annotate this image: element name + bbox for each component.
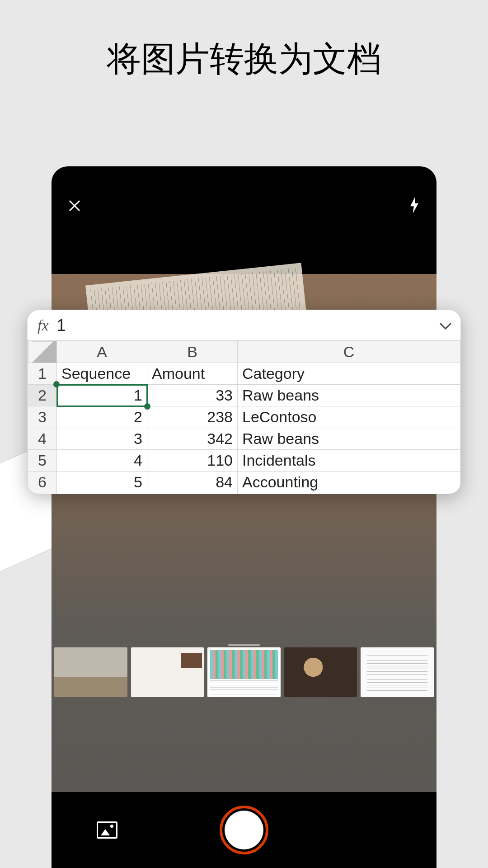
camera-bottom-bar: [52, 792, 436, 868]
thumbnail[interactable]: [54, 647, 127, 697]
row-header[interactable]: 6: [28, 472, 57, 493]
row-header[interactable]: 4: [28, 428, 57, 450]
thumbnail[interactable]: [207, 647, 281, 697]
row-header[interactable]: 2: [28, 385, 57, 406]
cell[interactable]: 54: [147, 493, 238, 495]
row-header[interactable]: 5: [28, 450, 57, 472]
column-header[interactable]: C: [238, 341, 460, 363]
cell[interactable]: Raw beans: [238, 428, 460, 450]
shutter-inner: [225, 811, 263, 849]
cell[interactable]: 4: [57, 450, 147, 472]
camera-topbar: [52, 193, 436, 221]
cell[interactable]: 238: [147, 406, 238, 428]
cell[interactable]: Incidentals: [238, 450, 460, 472]
formula-bar: fx 1: [28, 310, 460, 341]
cell[interactable]: 110: [147, 450, 238, 472]
phone-frame: [52, 166, 436, 868]
cell[interactable]: 6: [57, 493, 147, 495]
thumbnail[interactable]: [131, 647, 204, 697]
drag-handle[interactable]: [228, 644, 260, 646]
template-thumbnails: [52, 647, 436, 697]
cell[interactable]: Raw beans: [238, 385, 460, 406]
row-header[interactable]: 1: [28, 363, 57, 385]
column-header[interactable]: A: [57, 341, 147, 363]
thumbnail[interactable]: [284, 647, 357, 697]
spreadsheet-grid[interactable]: A B C 1 Sequence Amount Category 2 1 33 …: [28, 341, 460, 494]
flash-icon[interactable]: [408, 197, 420, 217]
spreadsheet-card: fx 1 A B C 1 Sequence Amount Category 2 …: [27, 310, 461, 494]
row-header[interactable]: 3: [28, 406, 57, 428]
cell[interactable]: Amount: [147, 363, 238, 385]
cell[interactable]: Accounting: [238, 472, 460, 493]
cell[interactable]: 342: [147, 428, 238, 450]
cell[interactable]: 84: [147, 472, 238, 493]
select-all-corner[interactable]: [28, 341, 57, 363]
cell[interactable]: Sequence: [57, 363, 147, 385]
gallery-icon[interactable]: [97, 821, 117, 839]
page-title: 将图片转换为文档: [0, 0, 488, 83]
column-header[interactable]: B: [147, 341, 238, 363]
cell[interactable]: Napkins: [238, 493, 460, 495]
close-icon[interactable]: [68, 198, 81, 217]
cell[interactable]: 2: [57, 406, 147, 428]
cell[interactable]: 5: [57, 472, 147, 493]
cell[interactable]: 3: [57, 428, 147, 450]
cell[interactable]: 33: [147, 385, 238, 406]
formula-value[interactable]: 1: [57, 316, 431, 335]
fx-label: fx: [38, 317, 49, 334]
thumbnail[interactable]: [361, 647, 434, 697]
shutter-button[interactable]: [220, 806, 268, 854]
active-cell[interactable]: 1: [57, 385, 147, 406]
cell[interactable]: Category: [238, 363, 460, 385]
chevron-down-icon[interactable]: [439, 318, 452, 333]
cell[interactable]: LeContoso: [238, 406, 460, 428]
